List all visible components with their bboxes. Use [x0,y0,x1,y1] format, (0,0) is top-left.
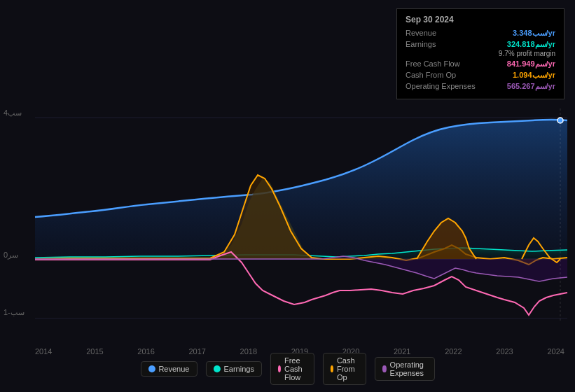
legend-cfo[interactable]: Cash From Op [323,353,367,385]
legend-opex[interactable]: Operating Expenses [375,357,434,381]
tooltip-profit-margin: 9.7% profit margin [406,50,555,57]
tooltip-cfo-row: Cash From Op 1.094سب/yr [406,71,555,80]
tooltip-fcf-row: Free Cash Flow 841.949سم/yr [406,59,555,69]
legend-cfo-dot [331,365,333,372]
tooltip-revenue-value: 3.348سب/yr [513,29,555,38]
x-label-2015: 2015 [86,347,103,356]
tooltip-revenue-label: Revenue [406,29,436,38]
legend-earnings[interactable]: Earnings [205,361,261,377]
legend-cfo-label: Cash From Op [337,356,359,382]
tooltip-fcf-value: 841.949سم/yr [507,59,555,69]
legend-earnings-label: Earnings [223,365,254,373]
tooltip-opex-value: 565.267سم/yr [507,82,555,91]
chart-legend: Revenue Earnings Free Cash Flow Cash Fro… [140,353,434,385]
tooltip-opex-row: Operating Expenses 565.267سم/yr [406,82,555,91]
tooltip-cfo-label: Cash From Op [406,71,456,80]
tooltip-opex-label: Operating Expenses [406,82,476,91]
chart-container: Sep 30 2024 Revenue 3.348سب/yr Earnings … [0,0,575,392]
x-label-2014: 2014 [35,347,52,356]
legend-earnings-dot [213,365,220,372]
x-label-2022: 2022 [445,347,462,356]
legend-fcf-dot [278,365,281,372]
tooltip-box: Sep 30 2024 Revenue 3.348سب/yr Earnings … [396,8,564,99]
legend-fcf-label: Free Cash Flow [284,356,307,382]
tooltip-earnings-label: Earnings [406,40,436,49]
legend-revenue-label: Revenue [158,365,189,373]
legend-opex-label: Operating Expenses [390,360,427,377]
x-label-2023: 2023 [496,347,513,356]
tooltip-earnings-row: Earnings 324.818سم/yr [406,40,555,49]
legend-fcf[interactable]: Free Cash Flow [270,353,314,385]
x-label-2024: 2024 [547,347,564,356]
tooltip-earnings-value: 324.818سم/yr [507,40,555,49]
tooltip-revenue-row: Revenue 3.348سب/yr [406,29,555,38]
legend-revenue[interactable]: Revenue [140,361,197,377]
legend-revenue-dot [148,365,155,372]
legend-opex-dot [382,365,386,372]
tooltip-fcf-label: Free Cash Flow [406,59,460,69]
tooltip-date: Sep 30 2024 [406,15,555,24]
tooltip-cfo-value: 1.094سب/yr [513,71,555,80]
svg-point-5 [557,118,563,123]
